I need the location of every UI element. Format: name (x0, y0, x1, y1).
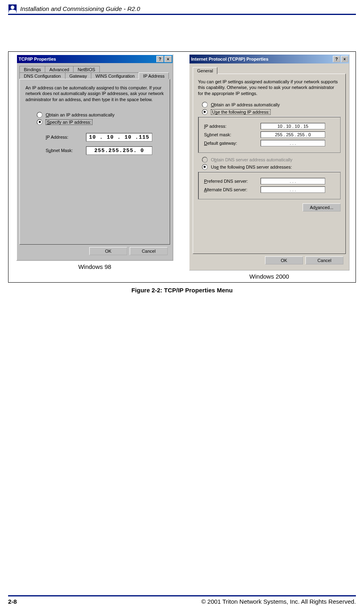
tabs-row1: Bindings Advanced NetBIOS (19, 66, 170, 72)
radio-use-ip-label: Use the following IP address: (211, 109, 271, 115)
radio-obtain-auto[interactable]: Obtain an IP address automatically (37, 112, 164, 118)
alternate-dns-field[interactable]: . . . (261, 186, 325, 193)
win98-dialog: TCP/IP Properties ? × Bindings Advanced … (16, 54, 173, 261)
ok-button-2k[interactable]: OK (265, 256, 303, 264)
page-footer: 2-8 © 2001 Triton Network Systems, Inc. … (8, 595, 356, 605)
radio-icon (37, 112, 42, 118)
dns-group: Preferred DNS server: . . . Alternate DN… (198, 171, 341, 199)
close-button[interactable]: × (341, 56, 348, 62)
page-header: Installation and Commissioning Guide - R… (8, 4, 356, 15)
preferred-dns-label: Preferred DNS server: (204, 179, 261, 184)
close-button[interactable]: × (164, 56, 172, 62)
tab-general[interactable]: General (193, 67, 217, 74)
radio-dns-use-label: Use the following DNS server addresses: (211, 165, 292, 169)
header-title: Installation and Commissioning Guide - R… (20, 5, 140, 12)
subnet-mask-label-2k: Subnet mask: (204, 132, 261, 137)
radio-icon (202, 157, 208, 163)
default-gateway-field[interactable]: . . . (261, 140, 325, 146)
ip-group: IP address: 10 . 10 . 10 . 15 Subnet mas… (198, 116, 341, 153)
copyright: © 2001 Triton Network Systems, Inc. All … (201, 598, 356, 605)
subnet-mask-field-2k[interactable]: 255 . 255 . 255 . 0 (261, 131, 325, 138)
radio-obtain-auto-2k-label: Obtain an IP address automatically (211, 102, 280, 107)
help-button[interactable]: ? (156, 56, 164, 62)
radio-obtain-auto-2k[interactable]: Obtain an IP address automatically (202, 102, 341, 108)
radio-icon (202, 102, 208, 108)
win2k-titlebar: Internet Protocol (TCP/IP) Properties ? … (189, 55, 349, 63)
tab-wins[interactable]: WINS Configuration (91, 72, 139, 79)
tabs-row2: DNS Configuration Gateway WINS Configura… (19, 72, 170, 79)
figure-frame: TCP/IP Properties ? × Bindings Advanced … (8, 51, 356, 283)
radio-specify[interactable]: Specify an IP address: (37, 119, 164, 125)
radio-icon (202, 109, 208, 115)
subnet-mask-label: Subnet Mask: (46, 148, 86, 153)
radio-dns-use[interactable]: Use the following DNS server addresses: (202, 164, 341, 170)
win98-caption: Windows 98 (78, 263, 112, 270)
tab-netbios[interactable]: NetBIOS (73, 66, 99, 73)
tab-gateway[interactable]: Gateway (65, 72, 91, 79)
svg-point-1 (11, 6, 14, 9)
subnet-mask-field[interactable]: 255.255.255. 0 (86, 146, 152, 155)
cancel-button[interactable]: Cancel (130, 247, 168, 255)
radio-dns-auto-label: Obtain DNS server address automatically (211, 157, 292, 162)
win98-description: An IP address can be automatically assig… (25, 85, 164, 102)
radio-specify-label: Specify an IP address: (46, 119, 93, 125)
ok-button[interactable]: OK (89, 247, 127, 255)
ip-address-field[interactable]: 10 . 10 . 10 .115 (86, 133, 152, 142)
win2k-title: Internet Protocol (TCP/IP) Properties (191, 57, 268, 61)
ip-address-label: IP Address: (46, 135, 86, 140)
advanced-button[interactable]: Advanced... (303, 203, 341, 211)
win98-titlebar: TCP/IP Properties ? × (17, 55, 173, 63)
preferred-dns-field[interactable]: . . . (261, 178, 325, 184)
win2k-description: You can get IP settings assigned automat… (198, 79, 341, 96)
win2k-caption: Windows 2000 (249, 273, 289, 280)
ip-address-field-2k[interactable]: 10 . 10 . 10 . 15 (261, 123, 325, 129)
radio-obtain-auto-label: Obtain an IP address automatically (46, 112, 114, 117)
figure-caption: Figure 2-2: TCP/IP Properties Menu (8, 287, 356, 294)
radio-icon (37, 119, 42, 125)
logo-icon (8, 4, 17, 13)
radio-use-ip[interactable]: Use the following IP address: (202, 109, 341, 115)
help-button[interactable]: ? (333, 56, 340, 62)
radio-dns-auto: Obtain DNS server address automatically (202, 157, 341, 163)
tab-dns[interactable]: DNS Configuration (19, 72, 65, 79)
tab-advanced[interactable]: Advanced (45, 66, 74, 73)
alternate-dns-label: Alternate DNS server: (204, 187, 261, 192)
win98-title: TCP/IP Properties (19, 57, 56, 61)
page-number: 2-8 (8, 598, 17, 605)
tab-ipaddress[interactable]: IP Address (139, 72, 169, 79)
tab-bindings[interactable]: Bindings (19, 66, 45, 73)
default-gateway-label: Default gateway: (204, 141, 261, 146)
cancel-button-2k[interactable]: Cancel (305, 256, 343, 264)
ip-address-label-2k: IP address: (204, 124, 261, 129)
radio-icon (202, 164, 208, 170)
win2k-dialog: Internet Protocol (TCP/IP) Properties ? … (189, 54, 349, 271)
